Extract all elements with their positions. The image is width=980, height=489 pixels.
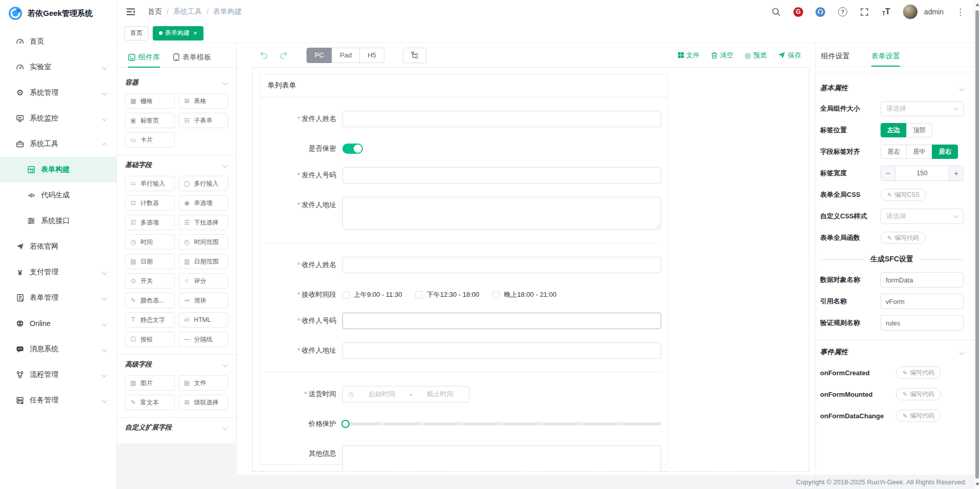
library-item-radio[interactable]: ◉单选项 — [179, 195, 229, 211]
tag-home[interactable]: 首页 — [124, 26, 149, 40]
tag-close-icon[interactable]: × — [193, 29, 197, 37]
sidebar-item-gear[interactable]: ⚙系统管理 — [0, 80, 116, 106]
checkbox-icon[interactable] — [493, 291, 500, 298]
text-input[interactable] — [342, 257, 661, 273]
github-icon[interactable] — [815, 7, 826, 17]
select-input[interactable]: 请选择 — [881, 209, 964, 224]
library-item-divider[interactable]: —分隔线 — [179, 332, 229, 347]
resize-grip-icon[interactable] — [655, 223, 660, 228]
device-pad-button[interactable]: Pad — [332, 48, 360, 63]
library-item-table[interactable]: ⊞表格 — [179, 93, 229, 109]
clear-button[interactable]: 清空 — [711, 51, 733, 60]
device-pc-button[interactable]: PC — [307, 48, 332, 63]
library-item-grid[interactable]: ▦栅格 — [125, 93, 175, 109]
checkbox-icon[interactable] — [415, 291, 422, 298]
time-range-picker[interactable]: ◷起始时间-截止时间 — [342, 386, 469, 402]
font-size-icon[interactable]: TT — [882, 7, 890, 16]
outline-tree-button[interactable] — [403, 48, 426, 63]
edit-code-button[interactable]: ✎编写代码 — [896, 410, 941, 422]
file-button[interactable]: 文件 — [678, 51, 700, 60]
library-item-cascader[interactable]: ⊞级联选择 — [179, 395, 229, 410]
library-item-rich-text[interactable]: ✎富文本 — [125, 395, 175, 410]
sidebar-item-gauge[interactable]: 实验室 — [0, 54, 116, 80]
page-scrollbar[interactable] — [974, 0, 980, 489]
breadcrumb-item-home[interactable]: 首页 — [148, 7, 162, 16]
breadcrumb-item-tools[interactable]: 系统工具 — [173, 7, 202, 16]
form-canvas[interactable]: 单列表单 *发件人姓名是否保密*发件人号码*发件人地址*收件人姓名*接收时间段上… — [252, 67, 809, 472]
edit-code-button[interactable]: ✎编写代码 — [896, 366, 941, 379]
library-item-checkbox[interactable]: ☑多选项 — [125, 215, 175, 230]
toggle-switch[interactable] — [342, 144, 363, 154]
kebab-menu-icon[interactable]: ⋮ — [956, 7, 965, 17]
device-h5-button[interactable]: H5 — [359, 48, 384, 63]
sfc-text-input[interactable] — [881, 294, 964, 309]
app-logo[interactable]: 若依Geek管理系统 — [0, 0, 116, 27]
sfc-text-input[interactable] — [881, 315, 964, 331]
redo-icon[interactable] — [279, 51, 288, 59]
library-item-textarea[interactable]: ▢多行输入 — [179, 176, 229, 191]
preview-button[interactable]: ◎ 预览 — [745, 51, 767, 60]
edit-code-button[interactable]: ✎编写代码 — [881, 232, 926, 244]
tab-component-settings[interactable]: 组件设置 — [821, 46, 850, 66]
sidebar-item-briefcase[interactable]: 系统工具 — [0, 131, 116, 157]
gitee-icon[interactable]: G — [793, 7, 803, 17]
checkbox-option[interactable]: 下午12:30 - 18:00 — [415, 290, 479, 299]
library-item-slider[interactable]: ⊸滑块 — [179, 293, 229, 308]
sidebar-item-form-grid[interactable]: 表单构建 — [0, 157, 116, 182]
library-section-title[interactable]: 自定义扩展字段 — [125, 423, 228, 432]
sfc-text-input[interactable] — [881, 272, 964, 288]
tab-form-templates[interactable]: 表单模板 — [173, 47, 211, 67]
section-basic-properties[interactable]: 基本属性 — [820, 84, 964, 93]
slider-handle[interactable] — [341, 420, 350, 428]
sidebar-item-code[interactable]: </>代码生成 — [0, 182, 116, 208]
sidebar-item-send[interactable]: 若依官网 — [0, 234, 116, 259]
segment-option[interactable]: 左边 — [881, 123, 907, 137]
library-item-rate[interactable]: ☆评分 — [179, 273, 229, 289]
sidebar-item-sliders[interactable]: 系统接口 — [0, 208, 116, 234]
edit-code-button[interactable]: ✎编写代码 — [896, 388, 941, 400]
library-item-picture[interactable]: ▨图片 — [125, 375, 175, 391]
library-item-input[interactable]: ▭单行输入 — [125, 176, 175, 191]
textarea-input[interactable] — [342, 197, 661, 230]
library-item-switch[interactable]: ⊙开关 — [125, 273, 175, 289]
username[interactable]: admin — [924, 8, 944, 16]
tag-form-builder[interactable]: 表单构建 × — [153, 26, 203, 40]
search-icon[interactable] — [771, 7, 781, 17]
segment-option[interactable]: 居中 — [906, 145, 932, 159]
library-item-color-picker[interactable]: ✎颜色选... — [125, 293, 175, 308]
library-section-title[interactable]: 高级字段 — [125, 360, 228, 369]
slider[interactable] — [342, 416, 661, 432]
segment-option[interactable]: 顶部 — [906, 123, 932, 137]
library-section-title[interactable]: 容器 — [125, 78, 228, 87]
segment-option[interactable]: 居右 — [932, 145, 958, 159]
stepper-minus-button[interactable]: − — [881, 166, 895, 180]
library-item-time[interactable]: ◷时间 — [125, 234, 175, 250]
help-icon[interactable]: ? — [838, 7, 847, 16]
save-button[interactable]: 保存 — [778, 51, 801, 60]
sidebar-item-gauge[interactable]: 首页 — [0, 29, 116, 54]
undo-icon[interactable] — [259, 51, 268, 59]
text-input[interactable] — [342, 111, 661, 127]
library-item-date-range[interactable]: ▥日期范围 — [179, 254, 229, 269]
tab-component-library[interactable]: 组件库 — [128, 47, 160, 67]
segment-option[interactable]: 居左 — [881, 145, 907, 159]
library-item-html[interactable]: ‹/›HTML — [179, 312, 229, 328]
sidebar-item-server[interactable]: 任务管理 — [0, 388, 116, 413]
library-item-file[interactable]: ▤文件 — [179, 375, 229, 391]
library-item-select[interactable]: ☰下拉选择 — [179, 215, 229, 230]
tab-form-settings[interactable]: 表单设置 — [871, 46, 900, 66]
checkbox-icon[interactable] — [342, 291, 350, 298]
sidebar-collapse-button[interactable] — [126, 8, 135, 16]
library-section-title[interactable]: 基础字段 — [125, 160, 228, 170]
sidebar-item-message[interactable]: 消息系统 — [0, 336, 116, 362]
scroll-up-arrow[interactable] — [975, 3, 979, 6]
checkbox-option[interactable]: 上午9:00 - 11:30 — [342, 290, 402, 299]
sidebar-item-monitor[interactable]: 系统监控 — [0, 106, 116, 131]
edit-code-button[interactable]: ✎编写CSS — [881, 189, 926, 201]
library-item-time-range[interactable]: ◴时间范围 — [179, 234, 229, 250]
scrollbar-thumb[interactable] — [975, 10, 979, 479]
textarea-input[interactable] — [342, 445, 661, 472]
text-input[interactable] — [342, 167, 661, 184]
sidebar-item-flow[interactable]: 流程管理 — [0, 362, 116, 388]
select-input[interactable]: 请选择 — [881, 101, 964, 116]
